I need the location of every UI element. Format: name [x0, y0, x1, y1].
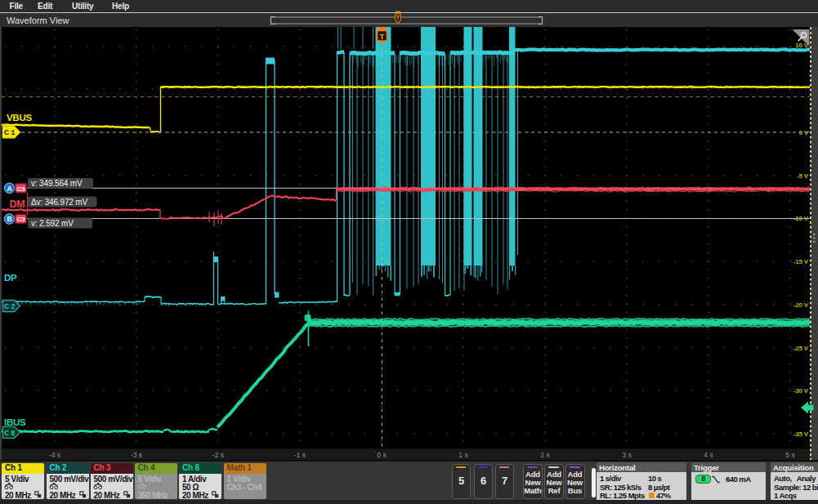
svg-text:-1 s: -1 s — [294, 451, 306, 459]
svg-text:C3: C3 — [16, 185, 25, 193]
svg-text:0 V: 0 V — [799, 129, 809, 136]
svg-text:-15 V: -15 V — [793, 258, 809, 265]
svg-text:3 s: 3 s — [622, 451, 631, 459]
svg-text:-4 s: -4 s — [49, 451, 60, 459]
svg-text:v: 2.592 mV: v: 2.592 mV — [31, 219, 74, 228]
svg-text:v: 349.564 mV: v: 349.564 mV — [31, 179, 83, 188]
svg-text:10 V: 10 V — [795, 42, 809, 49]
svg-text:-35 V: -35 V — [793, 430, 809, 438]
svg-text:B: B — [7, 215, 11, 223]
svg-text:-20 V: -20 V — [793, 301, 809, 309]
svg-text:VBUS: VBUS — [7, 113, 32, 123]
svg-text:-2 s: -2 s — [212, 451, 224, 459]
svg-text:T: T — [380, 32, 385, 41]
svg-text:DM: DM — [10, 198, 25, 210]
svg-text:C 2: C 2 — [4, 302, 16, 310]
svg-text:-30 V: -30 V — [793, 387, 809, 395]
svg-text:-5 V: -5 V — [797, 172, 809, 180]
svg-text:4 s: 4 s — [704, 451, 713, 459]
svg-text:Δv: 346.972 mV: Δv: 346.972 mV — [31, 198, 88, 207]
svg-text:-25 V: -25 V — [793, 345, 809, 352]
svg-text:1 s: 1 s — [458, 451, 467, 459]
svg-text:C 8: C 8 — [4, 429, 16, 437]
svg-text:0 s: 0 s — [377, 451, 386, 459]
svg-text:2 s: 2 s — [540, 451, 549, 459]
svg-text:IBUS: IBUS — [4, 417, 26, 427]
svg-text:A: A — [7, 185, 11, 193]
svg-text:5 s: 5 s — [785, 451, 794, 459]
svg-text:-10 V: -10 V — [793, 215, 809, 222]
svg-text:-3 s: -3 s — [131, 451, 142, 459]
svg-text:T: T — [396, 15, 400, 20]
svg-text:C3: C3 — [16, 216, 25, 223]
svg-text:C 1: C 1 — [4, 128, 16, 136]
svg-text:DP: DP — [4, 273, 17, 283]
